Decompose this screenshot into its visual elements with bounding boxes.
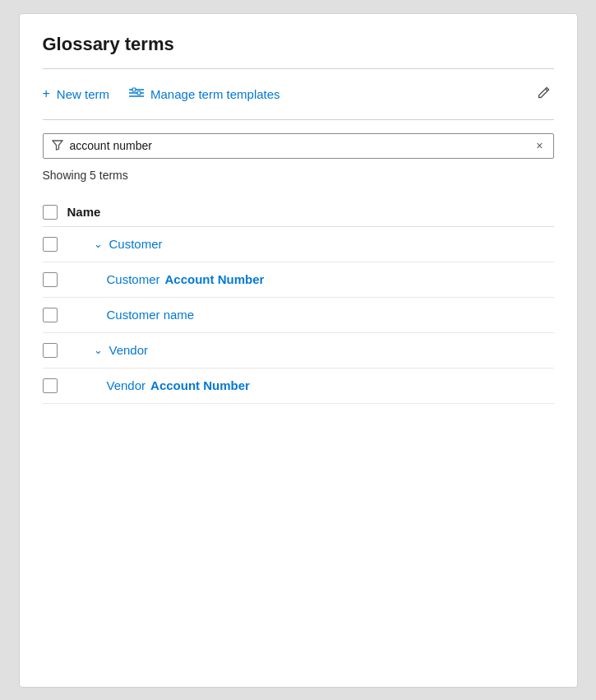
row-checkbox[interactable] (43, 343, 58, 358)
table-row: Customer name (43, 298, 554, 333)
term-label-plain[interactable]: Vendor (107, 378, 146, 392)
table-row: ⌄ Vendor (43, 333, 554, 369)
edit-button[interactable] (534, 82, 554, 106)
search-container: × (43, 133, 554, 159)
search-clear-button[interactable]: × (534, 139, 544, 152)
row-content: Customer Account Number (107, 272, 554, 286)
category-label[interactable]: Customer (109, 237, 163, 251)
header-checkbox[interactable] (43, 205, 58, 220)
glossary-panel: Glossary terms + New term Manage term te… (19, 13, 578, 688)
term-label[interactable]: Customer name (107, 308, 195, 322)
new-term-label: New term (57, 87, 109, 101)
top-divider (43, 68, 554, 69)
manage-templates-button[interactable]: Manage term templates (129, 84, 280, 104)
row-checkbox[interactable] (43, 378, 58, 393)
row-checkbox[interactable] (43, 308, 58, 322)
chevron-down-icon: ⌄ (94, 238, 103, 250)
terms-table: Name ⌄ Customer Customer Account Number … (43, 198, 554, 404)
toolbar: + New term Manage term templates (43, 82, 554, 106)
category-label[interactable]: Vendor (109, 343, 149, 357)
term-label-bold[interactable]: Account Number (165, 272, 265, 286)
chevron-down-icon: ⌄ (94, 344, 103, 356)
table-row: Vendor Account Number (43, 369, 554, 404)
manage-icon (129, 87, 144, 101)
svg-rect-4 (137, 91, 141, 95)
row-content: ⌄ Customer (94, 237, 554, 251)
row-checkbox[interactable] (43, 272, 58, 287)
toolbar-divider (43, 119, 554, 120)
manage-templates-label: Manage term templates (150, 87, 280, 101)
term-label-bold[interactable]: Account Number (150, 378, 250, 392)
term-label-plain[interactable]: Customer (107, 272, 160, 286)
showing-count: Showing 5 terms (43, 169, 554, 182)
table-row: ⌄ Customer (43, 227, 554, 262)
filter-icon (52, 139, 63, 153)
svg-rect-3 (132, 88, 136, 91)
row-content: Vendor Account Number (107, 378, 554, 392)
table-header: Name (43, 198, 554, 227)
column-name-header: Name (67, 205, 101, 219)
page-title: Glossary terms (43, 34, 554, 55)
row-content: ⌄ Vendor (94, 343, 554, 357)
row-content: Customer name (107, 308, 554, 322)
new-term-button[interactable]: + New term (43, 83, 110, 104)
plus-icon: + (43, 86, 50, 101)
row-checkbox[interactable] (43, 237, 58, 252)
table-row: Customer Account Number (43, 262, 554, 298)
search-input[interactable] (70, 139, 529, 152)
